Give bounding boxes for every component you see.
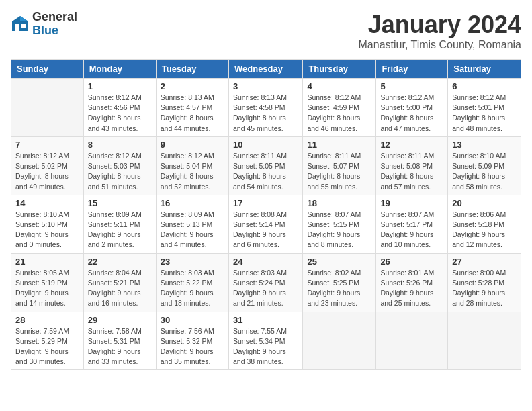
table-row: 31Sunrise: 7:55 AMSunset: 5:34 PMDayligh… (228, 312, 302, 370)
day-detail: Sunrise: 8:11 AMSunset: 5:08 PMDaylight:… (380, 151, 443, 192)
day-number: 14 (15, 198, 79, 208)
table-row: 26Sunrise: 8:01 AMSunset: 5:26 PMDayligh… (376, 253, 448, 312)
day-detail: Sunrise: 8:09 AMSunset: 5:13 PMDaylight:… (161, 210, 224, 250)
day-detail: Sunrise: 8:08 AMSunset: 5:14 PMDaylight:… (233, 210, 298, 250)
sunset-text: Sunset: 5:32 PM (161, 337, 213, 345)
day-number: 22 (88, 257, 152, 267)
day-number: 13 (452, 140, 517, 150)
sunrise-text: Sunrise: 8:01 AM (380, 269, 434, 277)
table-row: 17Sunrise: 8:08 AMSunset: 5:14 PMDayligh… (228, 195, 302, 253)
sunset-text: Sunset: 4:57 PM (161, 103, 213, 111)
day-detail: Sunrise: 8:13 AMSunset: 4:58 PMDaylight:… (233, 93, 298, 134)
daylight-text: Daylight: 9 hours and 25 minutes. (380, 289, 433, 307)
day-detail: Sunrise: 8:11 AMSunset: 5:07 PMDaylight:… (307, 151, 371, 192)
day-detail: Sunrise: 7:58 AMSunset: 5:31 PMDaylight:… (88, 326, 152, 367)
sunrise-text: Sunrise: 8:13 AM (233, 93, 287, 101)
sunset-text: Sunset: 5:03 PM (88, 162, 140, 170)
day-number: 17 (233, 198, 298, 208)
table-row: 8Sunrise: 8:12 AMSunset: 5:03 PMDaylight… (83, 136, 156, 195)
day-detail: Sunrise: 8:10 AMSunset: 5:09 PMDaylight:… (452, 151, 517, 192)
sunset-text: Sunset: 5:22 PM (161, 279, 213, 287)
day-number: 31 (233, 315, 298, 325)
sunset-text: Sunset: 4:59 PM (307, 103, 359, 111)
day-number: 25 (307, 257, 371, 267)
calendar-week-row: 28Sunrise: 7:59 AMSunset: 5:29 PMDayligh… (11, 312, 521, 370)
table-row: 6Sunrise: 8:12 AMSunset: 5:01 PMDaylight… (448, 79, 521, 137)
sunrise-text: Sunrise: 8:06 AM (452, 210, 506, 218)
day-number: 26 (380, 257, 443, 267)
day-number: 20 (452, 198, 517, 208)
sunrise-text: Sunrise: 8:12 AM (307, 93, 361, 101)
sunrise-text: Sunrise: 7:58 AM (88, 327, 142, 335)
table-row: 13Sunrise: 8:10 AMSunset: 5:09 PMDayligh… (448, 136, 521, 195)
sunrise-text: Sunrise: 8:03 AM (233, 269, 287, 277)
sunrise-text: Sunrise: 8:05 AM (15, 269, 69, 277)
day-detail: Sunrise: 8:06 AMSunset: 5:18 PMDaylight:… (452, 210, 517, 250)
sunset-text: Sunset: 5:11 PM (88, 220, 140, 228)
daylight-text: Daylight: 9 hours and 2 minutes. (88, 230, 141, 248)
table-row: 4Sunrise: 8:12 AMSunset: 4:59 PMDaylight… (303, 79, 376, 137)
daylight-text: Daylight: 8 hours and 57 minutes. (380, 172, 433, 190)
day-detail: Sunrise: 8:07 AMSunset: 5:15 PMDaylight:… (307, 210, 371, 250)
sunset-text: Sunset: 5:31 PM (88, 337, 140, 345)
calendar-header-row: Sunday Monday Tuesday Wednesday Thursday… (11, 60, 521, 79)
day-detail: Sunrise: 8:12 AMSunset: 5:04 PMDaylight:… (161, 151, 224, 192)
day-number: 15 (88, 198, 152, 208)
day-detail: Sunrise: 8:05 AMSunset: 5:19 PMDaylight:… (15, 268, 79, 309)
sunset-text: Sunset: 5:17 PM (380, 220, 433, 228)
day-number: 8 (88, 140, 152, 150)
day-number: 4 (307, 81, 371, 91)
calendar-table: Sunday Monday Tuesday Wednesday Thursday… (11, 59, 521, 370)
sunrise-text: Sunrise: 8:07 AM (307, 210, 361, 218)
table-row: 12Sunrise: 8:11 AMSunset: 5:08 PMDayligh… (376, 136, 448, 195)
day-number: 6 (452, 81, 517, 91)
daylight-text: Daylight: 9 hours and 18 minutes. (161, 289, 214, 307)
daylight-text: Daylight: 8 hours and 48 minutes. (452, 113, 505, 132)
sunset-text: Sunset: 4:58 PM (233, 103, 285, 111)
daylight-text: Daylight: 9 hours and 12 minutes. (452, 230, 505, 248)
daylight-text: Daylight: 9 hours and 33 minutes. (88, 347, 141, 365)
day-number: 2 (161, 81, 224, 91)
sunset-text: Sunset: 5:01 PM (452, 103, 504, 111)
daylight-text: Daylight: 9 hours and 8 minutes. (307, 230, 360, 248)
day-detail: Sunrise: 8:03 AMSunset: 5:22 PMDaylight:… (161, 268, 224, 309)
header-thursday: Thursday (303, 60, 376, 79)
day-detail: Sunrise: 7:55 AMSunset: 5:34 PMDaylight:… (233, 326, 298, 367)
table-row: 15Sunrise: 8:09 AMSunset: 5:11 PMDayligh… (83, 195, 156, 253)
day-detail: Sunrise: 8:13 AMSunset: 4:57 PMDaylight:… (161, 93, 224, 134)
day-number: 3 (233, 81, 298, 91)
day-number: 10 (233, 140, 298, 150)
sunset-text: Sunset: 5:05 PM (233, 162, 285, 170)
table-row (448, 312, 521, 370)
sunset-text: Sunset: 5:34 PM (233, 337, 285, 345)
svg-rect-2 (15, 24, 19, 31)
logo: General Blue (11, 11, 77, 38)
header-monday: Monday (83, 60, 156, 79)
daylight-text: Daylight: 9 hours and 16 minutes. (88, 289, 141, 307)
table-row: 2Sunrise: 8:13 AMSunset: 4:57 PMDaylight… (156, 79, 228, 137)
page-header: General Blue January 2024 Manastiur, Tim… (11, 11, 521, 51)
sunrise-text: Sunrise: 8:02 AM (307, 269, 361, 277)
daylight-text: Daylight: 9 hours and 0 minutes. (15, 230, 69, 248)
table-row: 27Sunrise: 8:00 AMSunset: 5:28 PMDayligh… (448, 253, 521, 312)
daylight-text: Daylight: 9 hours and 38 minutes. (233, 347, 286, 365)
logo-text: General Blue (32, 11, 77, 38)
sunrise-text: Sunrise: 8:11 AM (307, 152, 361, 160)
sunset-text: Sunset: 5:24 PM (233, 279, 285, 287)
daylight-text: Daylight: 9 hours and 14 minutes. (15, 289, 69, 307)
daylight-text: Daylight: 8 hours and 55 minutes. (307, 172, 360, 190)
sunset-text: Sunset: 5:07 PM (307, 162, 359, 170)
sunrise-text: Sunrise: 8:00 AM (452, 269, 506, 277)
sunset-text: Sunset: 5:28 PM (452, 279, 504, 287)
header-wednesday: Wednesday (228, 60, 302, 79)
day-detail: Sunrise: 7:56 AMSunset: 5:32 PMDaylight:… (161, 326, 224, 367)
sunrise-text: Sunrise: 8:10 AM (15, 210, 69, 218)
title-block: January 2024 Manastiur, Timis County, Ro… (359, 11, 521, 51)
day-detail: Sunrise: 8:12 AMSunset: 4:56 PMDaylight:… (88, 93, 152, 134)
sunset-text: Sunset: 5:15 PM (307, 220, 359, 228)
header-tuesday: Tuesday (156, 60, 228, 79)
sunrise-text: Sunrise: 8:04 AM (88, 269, 142, 277)
daylight-text: Daylight: 9 hours and 35 minutes. (161, 347, 214, 365)
table-row: 28Sunrise: 7:59 AMSunset: 5:29 PMDayligh… (11, 312, 84, 370)
daylight-text: Daylight: 9 hours and 23 minutes. (307, 289, 360, 307)
